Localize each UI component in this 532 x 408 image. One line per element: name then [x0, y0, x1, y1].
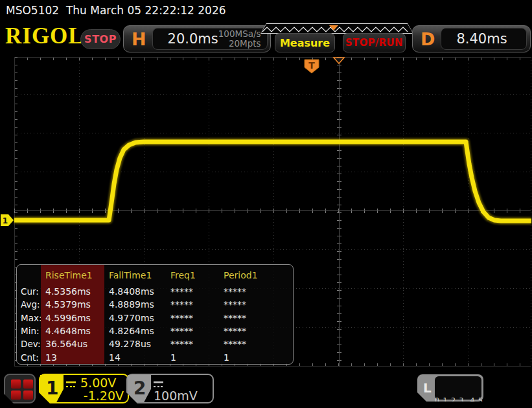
- measurement-grid: RiseTime1FallTime1Freq1Period1Cur:4.5356…: [17, 265, 293, 364]
- timebase-value: 20.0ms: [168, 31, 218, 47]
- measure-col-header: FallTime1: [104, 265, 166, 285]
- ch1-offset-marker[interactable]: [1, 214, 14, 226]
- measure-value: *****: [166, 337, 219, 350]
- graticule-horizontal-axis: [14, 209, 531, 213]
- measure-value: 4.9770ms: [104, 312, 166, 324]
- channel2-offset: 0.00V: [154, 402, 209, 408]
- measure-value: 13: [41, 351, 104, 364]
- measure-value: 4.8264ms: [104, 324, 166, 337]
- measure-value: *****: [219, 312, 293, 324]
- measure-row-label: Min:: [17, 324, 41, 337]
- measure-value: *****: [219, 324, 293, 337]
- measure-row-label: Max:: [17, 312, 41, 324]
- dc-coupling-icon: [154, 381, 163, 387]
- graticule-vline: [531, 57, 531, 367]
- measure-value: 49.278us: [104, 337, 166, 350]
- channel1-scale: 5.00V: [80, 376, 116, 390]
- measure-value: *****: [166, 312, 219, 324]
- graticule-top-ticks: [14, 57, 531, 60]
- measure-col-header: Freq1: [166, 265, 219, 285]
- delay-settings-block[interactable]: D 8.40ms: [412, 25, 531, 52]
- rigol-logo: RIGOL: [5, 25, 84, 48]
- measurement-results-panel[interactable]: RiseTime1FallTime1Freq1Period1Cur:4.5356…: [16, 264, 294, 365]
- logic-analyzer-channels: 0 1 2 3 4 5 6 7 8 9 1011 12131415: [435, 376, 481, 400]
- measure-value: 4.5379ms: [41, 298, 104, 311]
- measure-value: 1: [219, 351, 293, 364]
- delay-box: 8.40ms: [441, 28, 527, 50]
- graticule-hline: [14, 133, 531, 133]
- graticule-hline: [14, 249, 531, 250]
- horizontal-settings-block[interactable]: H 20.0ms 100MSa/s 20Mpts: [123, 25, 271, 52]
- graticule-hline: [14, 172, 531, 172]
- measure-row-label: Dev:: [17, 337, 41, 350]
- la-channels-row1: 0 1 2 3 4 5 6 7: [435, 396, 481, 405]
- memory-overview-waveform: [261, 24, 413, 33]
- trigger-position-flag[interactable]: [305, 60, 319, 73]
- measure-value: *****: [219, 298, 293, 311]
- measure-col-header: RiseTime1: [41, 265, 104, 285]
- channel1-number-tab: 1: [40, 375, 64, 402]
- channel2-status-box[interactable]: 2 100mV 0.00V: [126, 374, 214, 403]
- measure-value: 4.4648ms: [41, 324, 104, 337]
- measure-value: *****: [219, 285, 293, 298]
- channel2-number-tab: 2: [128, 375, 151, 402]
- sample-rate-memdepth: 100MSa/s 20Mpts: [218, 29, 261, 49]
- menu-grid-square: [23, 380, 33, 389]
- trigger-flag-label: T: [308, 60, 315, 71]
- graticule-hline: [14, 94, 531, 95]
- memory-depth: 20Mpts: [229, 38, 261, 49]
- measure-value: 14: [104, 351, 166, 364]
- channel1-readout: 5.00V -1.20V: [66, 376, 124, 401]
- measure-value: 1: [166, 351, 219, 364]
- measure-value: 4.5356ms: [41, 285, 104, 298]
- channel1-status-box[interactable]: 1 5.00V -1.20V: [39, 374, 129, 403]
- measure-col-header: Period1: [219, 265, 293, 285]
- delay-label: D: [421, 29, 435, 49]
- measure-row-label: Cur:: [17, 285, 41, 298]
- menu-grid-square: [11, 380, 21, 389]
- acquisition-status-badge: STOP: [80, 29, 121, 49]
- measure-row-label: Cnt:: [17, 351, 41, 364]
- titlebar-text: MSO5102 Thu March 05 22:22:12 2026: [0, 0, 532, 21]
- measure-value: *****: [219, 337, 293, 350]
- dc-coupling-icon: [66, 381, 76, 387]
- measure-value: *****: [166, 324, 219, 337]
- stop-run-button[interactable]: STOP/RUN: [343, 33, 406, 52]
- measure-value: 4.5996ms: [41, 312, 104, 324]
- measure-value: 4.8889ms: [104, 298, 166, 311]
- logic-analyzer-label: L: [423, 380, 432, 396]
- sample-rate: 100MSa/s: [218, 28, 261, 39]
- measure-value: 36.564us: [41, 337, 104, 350]
- ch1-offset-marker-label: 1: [3, 216, 8, 225]
- measure-button[interactable]: Measure: [275, 33, 335, 52]
- memory-overview-bar[interactable]: [260, 23, 413, 34]
- channel2-readout: 100mV 0.00V: [154, 376, 209, 401]
- menu-grid-square: [11, 391, 21, 400]
- measure-row-label: Avg:: [17, 298, 41, 311]
- channel1-offset: -1.20V: [66, 389, 124, 402]
- delay-value: 8.40ms: [456, 31, 520, 47]
- channel2-scale: 100mV: [154, 389, 198, 403]
- timebase-box: 20.0ms 100MSa/s 20Mpts: [152, 28, 268, 50]
- graticule-vertical-axis: [337, 57, 341, 367]
- measure-value: *****: [166, 285, 219, 298]
- overview-zigzag-icon: [261, 25, 413, 34]
- menu-grid-square: [23, 391, 33, 400]
- horizontal-label: H: [132, 29, 146, 49]
- logic-analyzer-status-box[interactable]: L 0 1 2 3 4 5 6 7 8 9 1011 12131415: [417, 374, 483, 402]
- menu-grid-icon[interactable]: [4, 374, 36, 403]
- measure-value: *****: [166, 298, 219, 311]
- measure-table-corner: [17, 265, 41, 285]
- measure-value: 4.8408ms: [104, 285, 166, 298]
